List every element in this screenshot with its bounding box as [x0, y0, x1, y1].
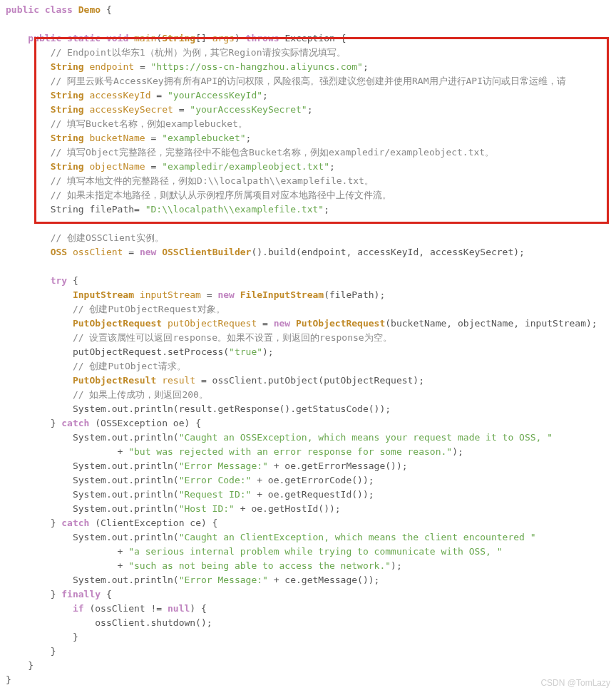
kw-class: class [45, 4, 73, 15]
p: (ossClient != [89, 603, 162, 614]
p: ); [452, 446, 463, 457]
str: "Error Message:" [179, 575, 268, 585]
brace: } [51, 418, 56, 428]
op: + [118, 546, 123, 557]
type: String [51, 61, 84, 72]
str: "Request ID:" [179, 489, 252, 500]
var: bucketName [89, 133, 145, 143]
p: (bucketName, objectName, inputStream); [385, 318, 597, 329]
type: Exception [284, 33, 334, 43]
kw-finally: finally [61, 589, 101, 599]
p: System.out.println( [73, 475, 179, 485]
str: "a serious internal problem while trying… [128, 546, 502, 557]
var: putObjectRequest [168, 318, 257, 329]
p: System.out.println( [73, 532, 179, 542]
op: = [128, 247, 134, 257]
kw-null: null [168, 603, 190, 614]
str: "Host ID:" [179, 503, 235, 514]
str: "Caught an ClientException, which means … [179, 532, 536, 542]
var: filePath [89, 204, 134, 215]
type: FileInputStream [240, 289, 324, 300]
p: = ossClient.putObject(putObjectRequest); [201, 375, 424, 386]
comment: // 阿里云账号AccessKey拥有所有API的访问权限，风险很高。强烈建议您… [51, 76, 566, 86]
type: PutObjectRequest [296, 318, 385, 329]
fn-main: main [134, 33, 156, 43]
comment: // 创建PutObject请求。 [73, 361, 186, 371]
comment: // 填写Object完整路径，完整路径中不能包含Bucket名称，例如exam… [51, 147, 495, 158]
kw-catch: catch [61, 418, 89, 428]
brace: } [28, 660, 34, 671]
op: + [118, 446, 123, 457]
str: "true" [229, 346, 262, 357]
type: String [162, 33, 195, 43]
kw: throws [246, 33, 279, 43]
var: objectName [89, 161, 145, 172]
type: InputStream [73, 289, 134, 300]
type: String [51, 204, 84, 215]
var: inputStream [140, 289, 201, 300]
p: + oe.getErrorCode()); [251, 475, 374, 485]
str: "but was rejected with an error response… [128, 446, 452, 457]
type: OSS [51, 247, 67, 257]
type: String [51, 104, 84, 115]
p: ; [324, 204, 329, 215]
comment: // 如果上传成功，则返回200。 [73, 389, 208, 400]
p: ossClient.shutdown(); [95, 617, 212, 628]
p: ) { [190, 603, 206, 614]
comment: // 如果未指定本地路径，则默认从示例程序所属项目对应本地路径中上传文件流。 [51, 190, 391, 200]
var: accessKeySecret [89, 104, 173, 115]
p: System.out.println( [73, 489, 179, 500]
str: "such as not being able to access the ne… [128, 560, 391, 571]
p: + oe.getErrorMessage()); [268, 460, 408, 471]
brace: { [106, 4, 112, 15]
str: "yourAccessKeySecret" [190, 104, 307, 115]
p: ( [156, 33, 162, 43]
kw-public: public [6, 4, 39, 15]
kw-catch: catch [61, 518, 89, 528]
var: accessKeyId [89, 90, 150, 101]
type: OSSClientBuilder [162, 247, 251, 257]
str: "yourAccessKeyId" [168, 90, 262, 101]
kw-try: try [51, 275, 67, 286]
comment: // 创建OSSClient实例。 [51, 232, 164, 243]
op: = [140, 61, 145, 72]
brace: } [51, 589, 56, 599]
brace: { [106, 589, 112, 599]
p: [] [195, 33, 207, 43]
p: ; [329, 161, 335, 172]
str: "Error Code:" [179, 475, 252, 485]
p: (filePath); [324, 289, 385, 300]
comment: // 创建PutObjectRequest对象。 [73, 304, 225, 314]
op: = [134, 204, 140, 215]
str: "D:\\localpath\\examplefile.txt" [145, 204, 324, 215]
p: ); [391, 560, 402, 571]
str: "https://oss-cn-hangzhou.aliyuncs.com" [151, 61, 363, 72]
str: "Error Message:" [179, 460, 268, 471]
p: ); [262, 346, 274, 357]
kw: new [140, 247, 156, 257]
type: String [51, 90, 84, 101]
p: + oe.getRequestId()); [251, 489, 374, 500]
var: args [212, 33, 235, 43]
type: String [51, 161, 84, 172]
comment: // 设置该属性可以返回response。如果不设置，则返回的response为… [73, 332, 392, 343]
comment: // 填写本地文件的完整路径，例如D:\\localpath\\examplef… [51, 175, 374, 186]
p: System.out.println( [73, 460, 179, 471]
str: "exampledir/exampleobject.txt" [162, 161, 329, 172]
p: ; [363, 61, 369, 72]
op: = [156, 90, 162, 101]
brace: { [73, 275, 78, 286]
brace: } [6, 674, 11, 685]
class-name: Demo [78, 4, 101, 15]
op: = [151, 161, 157, 172]
brace: } [51, 646, 56, 657]
type: PutObjectResult [73, 375, 156, 386]
brace: { [341, 33, 346, 43]
p: System.out.println(result.getResponse().… [73, 403, 391, 414]
op: = [262, 318, 268, 329]
kw: new [217, 289, 234, 300]
var: endpoint [89, 61, 134, 72]
var: ossClient [73, 247, 123, 257]
str: "examplebucket" [162, 133, 245, 143]
type: PutObjectRequest [73, 318, 162, 329]
